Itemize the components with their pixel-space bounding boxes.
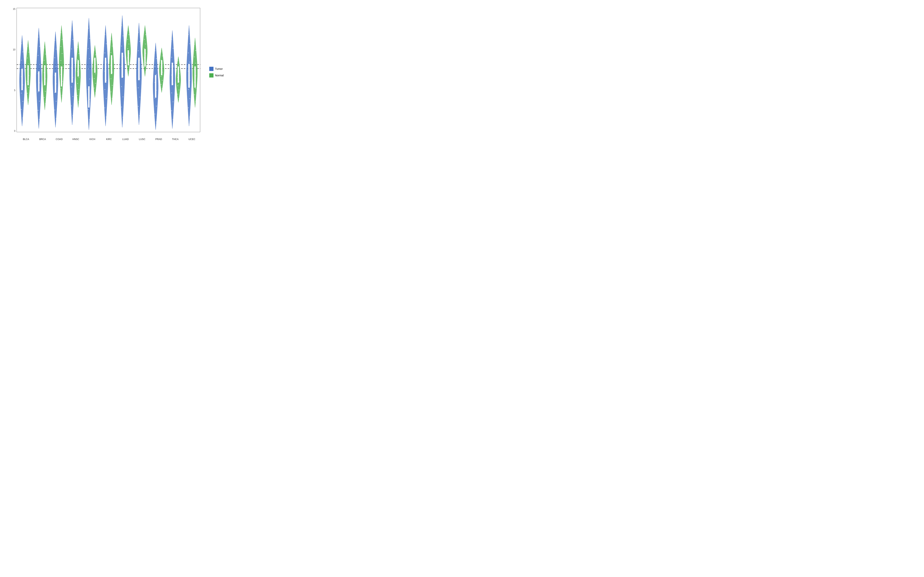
violin-data-dot xyxy=(71,49,72,49)
violin-normal-LUSC xyxy=(143,25,147,77)
violin-data-dot xyxy=(160,92,162,93)
violin-data-dot xyxy=(73,58,73,59)
violin-iqr-box xyxy=(72,58,73,82)
violin-data-dot xyxy=(121,87,122,87)
legend-label-tumor: Tumor xyxy=(215,67,223,70)
violin-iqr-box xyxy=(21,69,23,90)
violin-iqr-box xyxy=(189,64,190,88)
violin-data-dot xyxy=(110,79,111,79)
violin-data-dot xyxy=(156,122,157,122)
violin-data-dot xyxy=(28,64,29,64)
violin-data-dot xyxy=(28,52,29,52)
violin-data-dot xyxy=(37,74,39,74)
violin-data-dot xyxy=(61,81,63,82)
violin-data-dot xyxy=(195,88,196,89)
violin-data-dot xyxy=(71,30,72,30)
violin-normal-COAD xyxy=(59,25,64,103)
violin-data-dot xyxy=(44,48,45,48)
violin-data-dot xyxy=(173,48,173,48)
violin-data-dot xyxy=(154,66,155,67)
legend-color-tumor xyxy=(209,67,213,71)
violin-data-dot xyxy=(104,71,105,71)
violin-data-dot xyxy=(156,43,157,43)
violin-data-dot xyxy=(78,77,79,78)
violin-data-dot xyxy=(127,30,128,31)
x-axis-label: PRAD xyxy=(151,138,166,140)
violin-data-dot xyxy=(21,60,22,60)
violin-data-dot xyxy=(128,53,129,53)
violin-data-dot xyxy=(45,79,46,79)
violin-data-dot xyxy=(95,74,96,74)
violin-data-dot xyxy=(94,50,95,50)
violin-data-dot xyxy=(188,89,189,90)
violin-data-dot xyxy=(39,46,40,46)
violin-data-dot xyxy=(171,39,172,40)
violin-data-dot xyxy=(78,41,79,42)
violin-data-dot xyxy=(56,32,57,32)
x-axis-label: HNSC xyxy=(68,138,84,140)
violin-data-dot xyxy=(139,115,140,116)
violin-iqr-box xyxy=(38,71,39,91)
violin-data-dot xyxy=(111,59,113,59)
violin-data-dot xyxy=(178,98,179,98)
violin-data-dot xyxy=(177,102,178,103)
violin-data-dot xyxy=(138,88,139,88)
violin-data-dot xyxy=(44,110,45,110)
violin-data-dot xyxy=(61,25,63,26)
violin-data-dot xyxy=(177,69,178,69)
violin-data-dot xyxy=(162,88,163,89)
violin-data-dot xyxy=(189,80,190,81)
violin-data-dot xyxy=(104,53,105,53)
y-tick: 0 xyxy=(14,130,15,132)
x-axis-label: COAD xyxy=(52,138,67,140)
violin-data-dot xyxy=(73,115,73,116)
violin-data-dot xyxy=(195,101,196,102)
violin-data-dot xyxy=(171,93,172,93)
violin-data-dot xyxy=(45,91,46,92)
violin-iqr-box xyxy=(78,60,79,76)
violin-data-dot xyxy=(121,26,122,26)
x-axis-labels: BLCABRCACOADHNSCKICHKIRCLUADLUSCPRADTHCA… xyxy=(11,138,200,140)
x-axis-label: UCEC xyxy=(184,138,200,140)
violin-data-dot xyxy=(56,101,57,102)
violin-data-dot xyxy=(106,117,107,117)
y-tick: 10 xyxy=(13,48,15,51)
violin-data-dot xyxy=(110,105,111,105)
violin-normal-HNSC xyxy=(76,41,81,108)
violin-iqr-box xyxy=(88,86,89,108)
violin-data-dot xyxy=(123,97,123,97)
violin-data-dot xyxy=(106,44,107,44)
violin-data-dot xyxy=(89,119,90,120)
violin-data-dot xyxy=(95,55,96,55)
legend-item-tumor: Tumor xyxy=(209,67,224,71)
violin-data-dot xyxy=(188,53,189,53)
violin-data-dot xyxy=(28,76,29,76)
violin-data-dot xyxy=(189,62,190,62)
violin-data-dot xyxy=(194,107,195,108)
violin-data-dot xyxy=(88,28,89,29)
violin-data-dot xyxy=(61,39,63,40)
violin-data-dot xyxy=(71,106,72,106)
violin-data-dot xyxy=(21,76,22,77)
violin-data-dot xyxy=(144,30,145,31)
violin-data-dot xyxy=(28,87,29,87)
violin-data-dot xyxy=(22,85,23,85)
x-axis-label: KICH xyxy=(85,138,100,140)
violin-data-dot xyxy=(39,101,40,102)
violin-data-dot xyxy=(123,76,123,77)
violin-data-dot xyxy=(78,89,79,90)
violin-data-dot xyxy=(156,58,157,59)
violin-data-dot xyxy=(138,106,139,106)
violin-tumor-UCEC xyxy=(186,25,192,126)
violin-data-dot xyxy=(138,125,139,125)
chart-right: TumorNormal xyxy=(200,6,227,141)
violin-data-dot xyxy=(189,25,190,26)
x-axis-label: THCA xyxy=(168,138,183,140)
violin-normal-KIRC xyxy=(109,33,114,105)
violin-data-dot xyxy=(22,68,23,69)
violin-data-dot xyxy=(145,71,146,72)
violin-data-dot xyxy=(110,52,111,53)
violin-data-dot xyxy=(154,114,155,114)
violin-data-dot xyxy=(71,68,72,68)
violin-data-dot xyxy=(28,40,29,40)
